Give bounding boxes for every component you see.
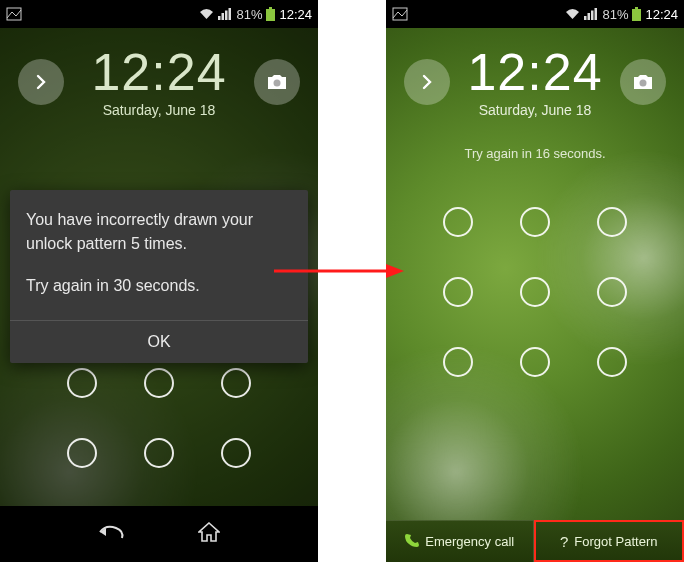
unlock-hint-button[interactable] bbox=[404, 59, 450, 105]
svg-point-15 bbox=[639, 80, 646, 87]
lockscreen-bottom-bar: Emergency call ? Forgot Pattern bbox=[386, 520, 684, 562]
pattern-grid[interactable] bbox=[420, 187, 650, 397]
signal-icon bbox=[584, 8, 598, 20]
status-bar: 81% 12:24 bbox=[386, 0, 684, 28]
svg-rect-2 bbox=[222, 13, 225, 20]
screenshot-icon bbox=[392, 7, 408, 21]
pattern-dot[interactable] bbox=[443, 347, 473, 377]
lockscreen-header: 12:24 Saturday, June 18 Try again in 16 … bbox=[386, 28, 684, 161]
lockscreen-date: Saturday, June 18 bbox=[103, 102, 216, 118]
battery-percentage: 81% bbox=[236, 7, 262, 22]
pattern-dot[interactable] bbox=[597, 207, 627, 237]
phone-screenshot-left: 81% 12:24 12:24 Saturday, June 18 bbox=[0, 0, 318, 562]
emergency-call-button[interactable]: Emergency call bbox=[386, 520, 533, 562]
battery-icon bbox=[632, 7, 641, 21]
pattern-dot[interactable] bbox=[144, 368, 174, 398]
svg-point-7 bbox=[273, 80, 280, 87]
lockscreen-clock: 12:24 bbox=[91, 46, 226, 98]
svg-rect-14 bbox=[632, 9, 641, 21]
back-icon[interactable] bbox=[98, 522, 126, 546]
signal-icon bbox=[218, 8, 232, 20]
svg-rect-12 bbox=[595, 8, 598, 20]
battery-icon bbox=[266, 7, 275, 21]
svg-rect-13 bbox=[635, 7, 638, 9]
wifi-icon bbox=[199, 8, 214, 20]
svg-marker-17 bbox=[386, 264, 404, 278]
svg-rect-1 bbox=[218, 16, 221, 20]
pattern-dot[interactable] bbox=[520, 277, 550, 307]
unlock-hint-button[interactable] bbox=[18, 59, 64, 105]
pattern-dot[interactable] bbox=[144, 438, 174, 468]
svg-rect-11 bbox=[591, 11, 594, 21]
pattern-dot[interactable] bbox=[67, 438, 97, 468]
lockscreen-clock: 12:24 bbox=[467, 46, 602, 98]
pattern-dot[interactable] bbox=[67, 368, 97, 398]
dialog-message-line2: Try again in 30 seconds. bbox=[26, 274, 292, 298]
forgot-pattern-label: Forgot Pattern bbox=[574, 534, 657, 549]
svg-rect-3 bbox=[225, 11, 228, 21]
svg-rect-6 bbox=[266, 9, 275, 21]
pattern-dot[interactable] bbox=[221, 368, 251, 398]
dialog-ok-button[interactable]: OK bbox=[10, 321, 308, 363]
svg-rect-4 bbox=[229, 8, 232, 20]
svg-rect-5 bbox=[269, 7, 272, 9]
phone-screenshot-right: 81% 12:24 12:24 Saturday, June 18 Try ag… bbox=[386, 0, 684, 562]
camera-shortcut-button[interactable] bbox=[620, 59, 666, 105]
svg-rect-9 bbox=[584, 16, 587, 20]
error-dialog: You have incorrectly drawn your unlock p… bbox=[10, 190, 308, 363]
home-icon[interactable] bbox=[198, 522, 220, 546]
emergency-call-label: Emergency call bbox=[425, 534, 514, 549]
battery-percentage: 81% bbox=[602, 7, 628, 22]
svg-rect-10 bbox=[588, 13, 591, 20]
status-clock: 12:24 bbox=[279, 7, 312, 22]
screenshot-icon bbox=[6, 7, 22, 21]
navigation-bar bbox=[0, 506, 318, 562]
retry-countdown-text: Try again in 16 seconds. bbox=[386, 146, 684, 161]
pattern-dot[interactable] bbox=[221, 438, 251, 468]
question-icon: ? bbox=[560, 533, 568, 550]
phone-icon bbox=[404, 533, 419, 551]
pattern-dot[interactable] bbox=[597, 347, 627, 377]
status-clock: 12:24 bbox=[645, 7, 678, 22]
pattern-dot[interactable] bbox=[520, 207, 550, 237]
pattern-dot[interactable] bbox=[520, 347, 550, 377]
dialog-message-line1: You have incorrectly drawn your unlock p… bbox=[26, 208, 292, 256]
pattern-dot[interactable] bbox=[443, 207, 473, 237]
status-bar: 81% 12:24 bbox=[0, 0, 318, 28]
pattern-dot[interactable] bbox=[443, 277, 473, 307]
camera-shortcut-button[interactable] bbox=[254, 59, 300, 105]
forgot-pattern-button[interactable]: ? Forgot Pattern bbox=[534, 520, 685, 562]
lockscreen-header: 12:24 Saturday, June 18 bbox=[0, 28, 318, 118]
wifi-icon bbox=[565, 8, 580, 20]
pattern-dot[interactable] bbox=[597, 277, 627, 307]
lockscreen-date: Saturday, June 18 bbox=[479, 102, 592, 118]
annotation-arrow-icon bbox=[274, 262, 404, 284]
